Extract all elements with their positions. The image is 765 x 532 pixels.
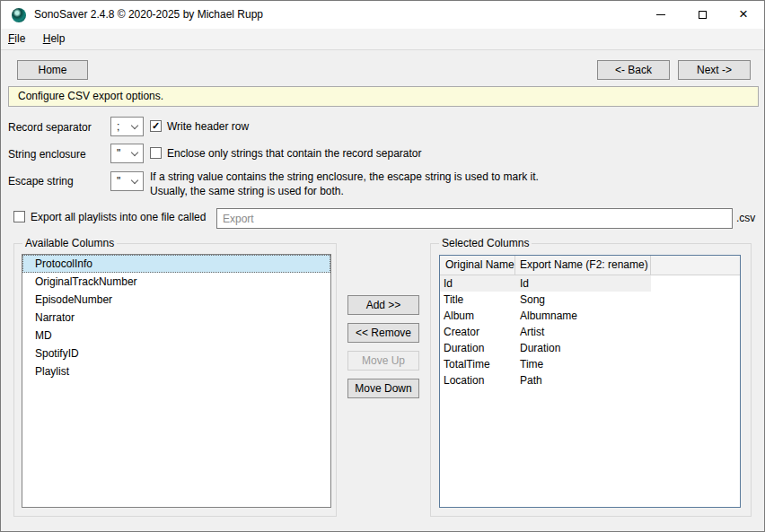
close-button[interactable]: × (723, 1, 764, 29)
cell-original: Duration (440, 340, 515, 356)
chevron-down-icon (131, 149, 138, 156)
table-row[interactable]: Id Id (440, 275, 651, 292)
table-row[interactable]: Duration Duration (440, 340, 651, 356)
back-button[interactable]: <- Back (597, 60, 670, 80)
escape-string-label: Escape string (8, 175, 74, 188)
cell-export: Duration (515, 340, 560, 356)
close-icon: × (739, 6, 748, 22)
export-all-checkbox[interactable]: Export all playlists into one file calle… (13, 211, 206, 223)
header-export-name[interactable]: Export Name (F2: rename) (515, 256, 651, 275)
record-separator-value: ; (117, 118, 119, 135)
escape-string-value: " (117, 172, 120, 190)
maximize-icon (699, 11, 707, 19)
string-enclosure-value: " (117, 144, 120, 162)
string-enclosure-combobox[interactable]: " (110, 144, 144, 163)
chevron-down-icon (131, 122, 138, 129)
list-item[interactable]: Playlist (22, 362, 330, 380)
cell-original: TotalTime (440, 356, 515, 372)
list-item[interactable]: EpisodeNumber (22, 291, 330, 309)
menu-file[interactable]: File (1, 29, 32, 49)
home-button[interactable]: Home (17, 60, 88, 80)
menu-bar: File Help (1, 29, 764, 50)
table-row[interactable]: TotalTime Time (440, 356, 651, 372)
list-item[interactable]: SpotifyID (22, 344, 330, 362)
enclose-only-label: Enclose only strings that contain the re… (167, 147, 422, 160)
app-window: SonoSaver 2.4.8 © 2020-2025 by Michael R… (0, 0, 765, 532)
cell-export: Path (515, 372, 542, 388)
move-up-button: Move Up (347, 351, 419, 371)
table-row[interactable]: Album Albumname (440, 308, 651, 324)
list-item[interactable]: OriginalTrackNumber (22, 273, 330, 291)
table-row[interactable]: Location Path (440, 372, 651, 388)
record-separator-label: Record separator (8, 121, 92, 134)
move-down-button[interactable]: Move Down (347, 379, 419, 398)
cell-export: Song (515, 292, 545, 308)
title-bar: SonoSaver 2.4.8 © 2020-2025 by Michael R… (1, 1, 764, 29)
checkbox-checked: ✓ (150, 120, 162, 132)
selected-columns-title: Selected Columns (439, 237, 532, 249)
app-icon (12, 8, 26, 22)
write-header-checkbox[interactable]: ✓ Write header row (150, 120, 249, 133)
minimize-icon (656, 14, 665, 15)
next-button[interactable]: Next -> (678, 60, 751, 80)
window-title: SonoSaver 2.4.8 © 2020-2025 by Michael R… (34, 1, 263, 29)
list-item[interactable]: Narrator (22, 309, 330, 327)
enclose-only-checkbox[interactable]: Enclose only strings that contain the re… (150, 147, 422, 160)
string-enclosure-label: String enclosure (8, 148, 86, 161)
cell-export: Artist (515, 324, 544, 340)
list-item[interactable]: MD (22, 327, 330, 344)
add-button[interactable]: Add >> (347, 295, 419, 315)
cell-original: Title (440, 292, 515, 308)
check-icon: ✓ (152, 121, 160, 131)
escape-note-line2: Usually, the same string is used for bot… (150, 185, 539, 199)
available-columns-title: Available Columns (22, 237, 117, 249)
selected-columns-grid[interactable]: Original Name Export Name (F2: rename) I… (439, 255, 741, 508)
checkbox-unchecked (13, 211, 25, 222)
list-item[interactable]: ProtocolInfo (22, 255, 330, 273)
export-all-label: Export all playlists into one file calle… (31, 211, 206, 223)
menu-help[interactable]: Help (36, 29, 73, 49)
chevron-down-icon (131, 177, 138, 184)
grid-header: Original Name Export Name (F2: rename) (440, 256, 740, 275)
table-row[interactable]: Title Song (440, 292, 651, 308)
cell-export: Id (515, 275, 529, 292)
write-header-label: Write header row (167, 120, 249, 133)
export-filename-input[interactable] (216, 208, 733, 229)
minimize-button[interactable] (640, 1, 681, 29)
escape-string-combobox[interactable]: " (110, 171, 144, 191)
cell-original: Id (440, 275, 515, 292)
escape-note-line1: If a string value contains the string en… (150, 170, 539, 185)
checkbox-unchecked (150, 147, 162, 159)
info-banner: Configure CSV export options. (8, 86, 759, 107)
file-extension-label: .csv (736, 212, 755, 224)
table-row[interactable]: Creator Artist (440, 324, 651, 340)
cell-original: Creator (440, 324, 515, 340)
maximize-button[interactable] (681, 1, 723, 29)
cell-original: Location (440, 372, 515, 388)
escape-string-note: If a string value contains the string en… (150, 170, 539, 198)
record-separator-combobox[interactable]: ; (110, 117, 144, 136)
remove-button[interactable]: << Remove (347, 323, 419, 343)
cell-export: Time (515, 356, 543, 372)
available-columns-listbox[interactable]: ProtocolInfo OriginalTrackNumber Episode… (22, 254, 331, 508)
header-original-name[interactable]: Original Name (440, 256, 515, 275)
cell-export: Albumname (515, 308, 577, 324)
cell-original: Album (440, 308, 515, 324)
